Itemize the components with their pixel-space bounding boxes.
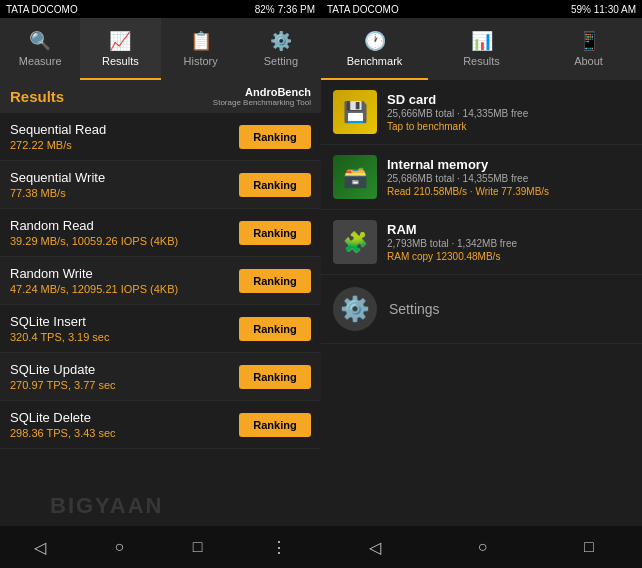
tab-history-label: History	[184, 55, 218, 67]
result-name: SQLite Insert	[10, 314, 239, 329]
result-info: SQLite Update 270.97 TPS, 3.77 sec	[10, 362, 239, 391]
result-info: Random Read 39.29 MB/s, 10059.26 IOPS (4…	[10, 218, 239, 247]
right-panel: TATA DOCOMO 59% 11:30 AM 🕐 Benchmark 📊 R…	[321, 0, 642, 568]
results-header: Results AndroBench Storage Benchmarking …	[0, 80, 321, 113]
result-list: BIGYAAN Sequential Read 272.22 MB/s Rank…	[0, 113, 321, 526]
right-recents-button[interactable]: □	[568, 530, 610, 564]
menu-button[interactable]: ⋮	[255, 530, 303, 565]
right-content: 💾 SD card 25,666MB total · 14,335MB free…	[321, 80, 642, 526]
tab-measure-label: Measure	[19, 55, 62, 67]
result-item: Sequential Write 77.38 MB/s Ranking	[0, 161, 321, 209]
settings-item[interactable]: ⚙️ Settings	[321, 275, 642, 344]
bench-name: RAM	[387, 222, 630, 237]
bench-action: Read 210.58MB/s · Write 77.39MB/s	[387, 186, 630, 197]
left-battery: 82%	[255, 4, 275, 15]
ranking-button[interactable]: Ranking	[239, 269, 311, 293]
right-tab-bar: 🕐 Benchmark 📊 Results 📱 About	[321, 18, 642, 80]
tab-history[interactable]: 📋 History	[161, 18, 241, 80]
right-carrier: TATA DOCOMO	[327, 4, 399, 15]
bench-meta: 25,686MB total · 14,355MB free	[387, 173, 630, 184]
history-icon: 📋	[190, 30, 212, 52]
tab-about-label: About	[574, 55, 603, 67]
bench-item-sd[interactable]: 💾 SD card 25,666MB total · 14,335MB free…	[321, 80, 642, 145]
bench-action: RAM copy 12300.48MB/s	[387, 251, 630, 262]
result-info: SQLite Insert 320.4 TPS, 3.19 sec	[10, 314, 239, 343]
ram-icon: 🧩	[333, 220, 377, 264]
ranking-button[interactable]: Ranking	[239, 365, 311, 389]
result-value: 270.97 TPS, 3.77 sec	[10, 379, 239, 391]
right-status-bar: TATA DOCOMO 59% 11:30 AM	[321, 0, 642, 18]
logo-sub: Storage Benchmarking Tool	[213, 98, 311, 107]
result-info: Sequential Read 272.22 MB/s	[10, 122, 239, 151]
result-item: SQLite Insert 320.4 TPS, 3.19 sec Rankin…	[0, 305, 321, 353]
setting-icon: ⚙️	[270, 30, 292, 52]
tab-setting[interactable]: ⚙️ Setting	[241, 18, 321, 80]
right-home-button[interactable]: ○	[462, 530, 504, 564]
watermark: BIGYAAN	[50, 493, 163, 519]
tab-results[interactable]: 📈 Results	[80, 18, 160, 80]
measure-icon: 🔍	[29, 30, 51, 52]
ranking-button[interactable]: Ranking	[239, 221, 311, 245]
recents-button[interactable]: □	[177, 530, 219, 564]
result-value: 47.24 MB/s, 12095.21 IOPS (4KB)	[10, 283, 239, 295]
right-back-button[interactable]: ◁	[353, 530, 397, 565]
left-carrier: TATA DOCOMO	[6, 4, 78, 15]
left-tab-bar: 🔍 Measure 📈 Results 📋 History ⚙️ Setting	[0, 18, 321, 80]
result-name: SQLite Update	[10, 362, 239, 377]
result-value: 39.29 MB/s, 10059.26 IOPS (4KB)	[10, 235, 239, 247]
bench-item-ram[interactable]: 🧩 RAM 2,793MB total · 1,342MB free RAM c…	[321, 210, 642, 275]
ranking-button[interactable]: Ranking	[239, 125, 311, 149]
left-status-icons: 82% 7:36 PM	[255, 4, 315, 15]
bench-info: Internal memory 25,686MB total · 14,355M…	[387, 157, 630, 197]
tab-about[interactable]: 📱 About	[535, 18, 642, 80]
settings-label: Settings	[389, 301, 440, 317]
sd-card-icon: 💾	[333, 90, 377, 134]
right-results-icon: 📊	[471, 30, 493, 52]
left-panel: TATA DOCOMO 82% 7:36 PM 🔍 Measure 📈 Resu…	[0, 0, 321, 568]
tab-results-label: Results	[102, 55, 139, 67]
tab-setting-label: Setting	[264, 55, 298, 67]
logo-text: AndroBench	[213, 86, 311, 98]
results-icon: 📈	[109, 30, 131, 52]
result-item: Sequential Read 272.22 MB/s Ranking	[0, 113, 321, 161]
bench-name: Internal memory	[387, 157, 630, 172]
ranking-button[interactable]: Ranking	[239, 413, 311, 437]
tab-measure[interactable]: 🔍 Measure	[0, 18, 80, 80]
left-status-bar: TATA DOCOMO 82% 7:36 PM	[0, 0, 321, 18]
result-info: Sequential Write 77.38 MB/s	[10, 170, 239, 199]
tab-benchmark[interactable]: 🕐 Benchmark	[321, 18, 428, 80]
result-value: 320.4 TPS, 3.19 sec	[10, 331, 239, 343]
ranking-button[interactable]: Ranking	[239, 173, 311, 197]
benchmark-icon: 🕐	[364, 30, 386, 52]
right-battery: 59%	[571, 4, 591, 15]
result-value: 272.22 MB/s	[10, 139, 239, 151]
bench-info: SD card 25,666MB total · 14,335MB free T…	[387, 92, 630, 132]
result-name: SQLite Delete	[10, 410, 239, 425]
result-name: Sequential Read	[10, 122, 239, 137]
result-item: Random Write 47.24 MB/s, 12095.21 IOPS (…	[0, 257, 321, 305]
tab-right-results-label: Results	[463, 55, 500, 67]
left-time: 7:36 PM	[278, 4, 315, 15]
right-time: 11:30 AM	[594, 4, 636, 15]
result-value: 77.38 MB/s	[10, 187, 239, 199]
result-item: SQLite Delete 298.36 TPS, 3.43 sec Ranki…	[0, 401, 321, 449]
left-navbar: ◁ ○ □ ⋮	[0, 526, 321, 568]
bench-name: SD card	[387, 92, 630, 107]
result-name: Sequential Write	[10, 170, 239, 185]
tab-right-results[interactable]: 📊 Results	[428, 18, 535, 80]
result-item: Random Read 39.29 MB/s, 10059.26 IOPS (4…	[0, 209, 321, 257]
memory-icon: 🗃️	[333, 155, 377, 199]
back-button[interactable]: ◁	[18, 530, 62, 565]
home-button[interactable]: ○	[99, 530, 141, 564]
result-value: 298.36 TPS, 3.43 sec	[10, 427, 239, 439]
ranking-button[interactable]: Ranking	[239, 317, 311, 341]
about-icon: 📱	[578, 30, 600, 52]
result-items-container: Sequential Read 272.22 MB/s Ranking Sequ…	[0, 113, 321, 449]
androbench-logo: AndroBench Storage Benchmarking Tool	[213, 86, 311, 107]
result-item: SQLite Update 270.97 TPS, 3.77 sec Ranki…	[0, 353, 321, 401]
bench-item-memory[interactable]: 🗃️ Internal memory 25,686MB total · 14,3…	[321, 145, 642, 210]
right-navbar: ◁ ○ □	[321, 526, 642, 568]
bench-meta: 25,666MB total · 14,335MB free	[387, 108, 630, 119]
bench-info: RAM 2,793MB total · 1,342MB free RAM cop…	[387, 222, 630, 262]
right-status-icons: 59% 11:30 AM	[571, 4, 636, 15]
